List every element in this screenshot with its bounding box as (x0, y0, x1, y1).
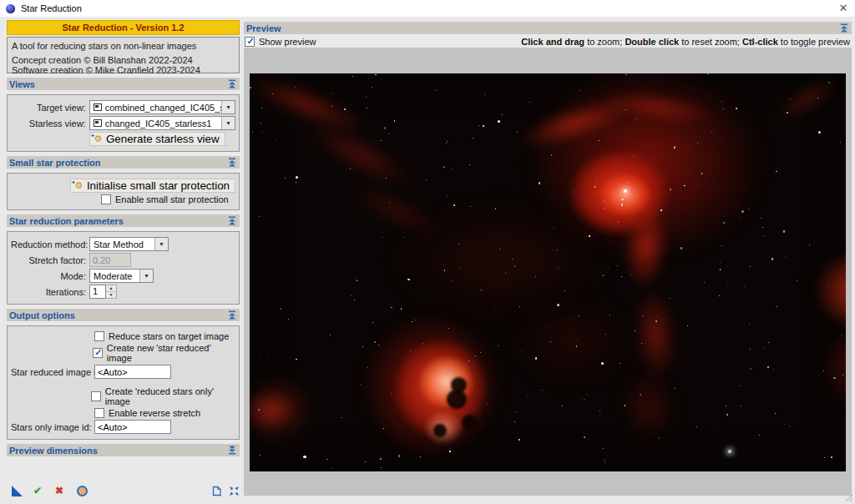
realtime-preview-icon[interactable] (77, 486, 88, 496)
spin-down-icon[interactable]: ▼ (106, 292, 116, 298)
new-instance-icon[interactable] (12, 486, 23, 496)
bright-star (728, 450, 731, 453)
section-header-parameters[interactable]: Star reduction parameters (7, 214, 240, 227)
starless-view-value: changed_IC405_starless1 (105, 118, 221, 129)
collapse-icon[interactable] (839, 23, 849, 33)
credit-line: Concept creation © Bill Blanshan 2022-20… (12, 55, 235, 65)
description-box: A tool for reducing stars on non-linear … (7, 37, 240, 73)
credit-line: Software creation © Mike Cranfield 2023-… (12, 65, 235, 75)
bright-star (296, 176, 298, 179)
generate-starless-label: Generate starless view (106, 133, 220, 145)
preview-hint: Click and drag to zoom; Double click to … (316, 37, 852, 47)
star-reduced-id-input[interactable] (94, 365, 171, 379)
starless-view-label: Starless view: (11, 118, 89, 129)
dialog-toolbar: ✔ ✖ (7, 486, 240, 498)
show-preview-checkbox[interactable] (245, 37, 255, 47)
section-header-small-star[interactable]: Small star protection (7, 156, 240, 169)
shrink-icon[interactable] (229, 486, 240, 496)
enable-reverse-checkbox[interactable] (94, 408, 104, 418)
bright-star (624, 189, 627, 193)
section-header-views[interactable]: Views (7, 78, 240, 90)
mode-label: Mode: (11, 271, 89, 281)
collapse-icon[interactable] (227, 158, 237, 167)
section-header-output[interactable]: Output options (7, 309, 240, 321)
star-reduced-id-label: Star reduced image id: (11, 367, 94, 377)
target-view-label: Target view: (11, 103, 89, 113)
target-view-select[interactable]: combined_changed_IC405_starle ▼ (89, 100, 235, 114)
preview-controls-row: Show preview Click and drag to zoom; Dou… (244, 35, 852, 48)
stars-only-id-input[interactable] (94, 420, 171, 434)
section-title: Output options (9, 310, 227, 320)
section-title: Small star protection (9, 158, 227, 168)
close-icon[interactable]: ✕ (837, 2, 850, 15)
initialise-protection-label: Initialise small star protection (87, 179, 230, 192)
initialise-protection-button[interactable]: ⚙✦ Initialise small star protection (70, 179, 235, 193)
section-title: Preview dimensions (9, 446, 227, 456)
mode-value: Moderate (90, 271, 139, 281)
gear-icon: ⚙✦ (93, 134, 104, 144)
section-header-preview[interactable]: Preview (244, 22, 852, 34)
section-title: Preview (246, 23, 839, 33)
script-title-banner: Star Reduction - Version 1.2 (7, 20, 240, 35)
iterations-stepper[interactable]: 1 ▲ ▼ (89, 285, 117, 299)
apply-icon[interactable]: ✔ (33, 486, 44, 496)
resize-grip[interactable] (845, 494, 853, 502)
app-icon (6, 4, 15, 13)
window-titlebar: Star Reduction ✕ (0, 0, 855, 17)
collapse-icon[interactable] (227, 216, 237, 225)
bright-star (498, 120, 500, 123)
generate-starless-button[interactable]: ⚙✦ Generate starless view (89, 132, 225, 146)
reduce-on-target-label: Reduce stars on target image (109, 331, 229, 341)
starless-view-select[interactable]: changed_IC405_starless1 ▼ (89, 116, 235, 130)
enable-protection-checkbox[interactable] (101, 194, 111, 204)
parameters-panel: Star Reduction - Version 1.2 A tool for … (7, 20, 240, 499)
description-line: A tool for reducing stars on non-linear … (12, 41, 235, 51)
chevron-down-icon[interactable]: ▼ (221, 101, 235, 113)
reduce-on-target-checkbox[interactable] (94, 331, 104, 341)
collapse-icon[interactable] (227, 79, 237, 88)
section-header-preview-dimensions[interactable]: Preview dimensions (7, 444, 240, 456)
bright-star (303, 456, 306, 459)
target-view-value: combined_changed_IC405_starle (105, 103, 221, 113)
bright-star (818, 131, 821, 134)
mode-select[interactable]: Moderate ▼ (89, 269, 154, 283)
gear-icon: ⚙✦ (73, 180, 84, 191)
bright-star (557, 304, 559, 306)
reduction-method-value: Star Method (90, 239, 154, 249)
document-icon[interactable] (211, 486, 222, 496)
window-title: Star Reduction (21, 3, 82, 13)
stretch-factor-label: Stretch factor: (11, 255, 89, 265)
preview-panel: Preview Show preview Click and drag to z… (244, 22, 852, 496)
spin-up-icon[interactable]: ▲ (106, 285, 116, 292)
enable-protection-label: Enable small star protection (115, 194, 229, 204)
stretch-factor-input[interactable] (89, 253, 131, 267)
preview-image[interactable] (250, 73, 846, 471)
stars-only-id-label: Stars only image id: (11, 422, 94, 432)
preview-background (244, 48, 852, 496)
show-preview-label: Show preview (259, 37, 316, 47)
chevron-down-icon[interactable]: ▼ (154, 238, 168, 250)
section-title: Star reduction parameters (9, 216, 227, 226)
expand-icon[interactable] (227, 446, 237, 455)
view-icon (94, 103, 102, 111)
views-group: Target view: combined_changed_IC405_star… (7, 94, 240, 152)
reduction-method-select[interactable]: Star Method ▼ (89, 237, 169, 251)
view-icon (94, 119, 102, 127)
section-title: Views (9, 79, 227, 89)
output-group: Reduce stars on target image Create new … (7, 325, 240, 440)
create-new-label: Create new 'star reduced' image (107, 343, 235, 363)
enable-reverse-label: Enable reverse stretch (109, 408, 200, 418)
cancel-icon[interactable]: ✖ (55, 486, 66, 496)
chevron-down-icon[interactable]: ▼ (221, 117, 235, 129)
iterations-label: Iterations: (11, 287, 89, 297)
create-new-checkbox[interactable] (93, 348, 103, 358)
collapse-icon[interactable] (227, 310, 237, 320)
create-stars-only-label: Create 'reduced stars only' image (105, 386, 235, 406)
chevron-down-icon[interactable]: ▼ (139, 270, 153, 282)
parameters-group: Reduction method: Star Method ▼ Stretch … (7, 231, 240, 305)
small-star-group: ⚙✦ Initialise small star protection Enab… (7, 173, 240, 210)
reduction-method-label: Reduction method: (11, 239, 89, 249)
iterations-value: 1 (89, 285, 106, 299)
create-stars-only-checkbox[interactable] (91, 391, 101, 401)
